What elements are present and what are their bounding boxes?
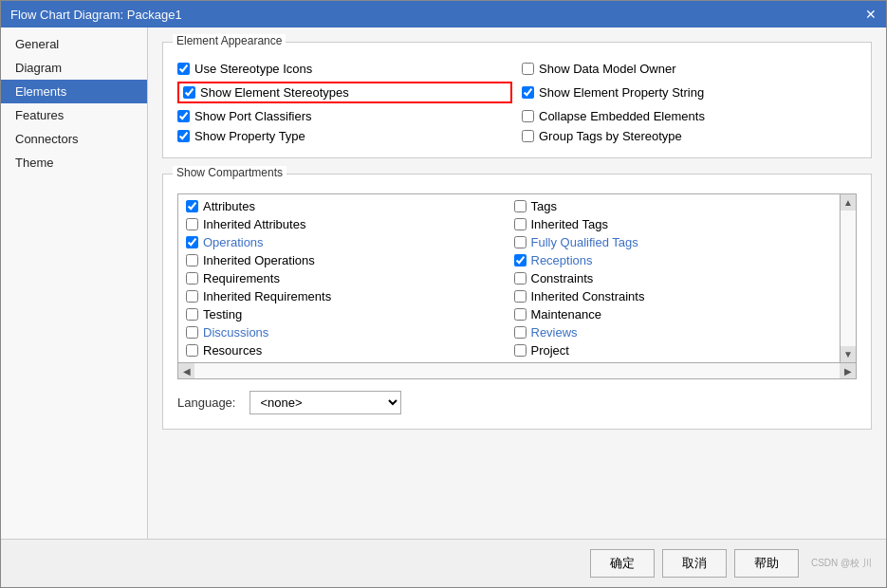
- show-element-property-string-row: Show Element Property String: [522, 82, 857, 103]
- group-tags-by-stereotype-checkbox[interactable]: [522, 130, 534, 142]
- language-select[interactable]: <none> English French German: [249, 391, 401, 414]
- operations-label: Operations: [203, 235, 264, 249]
- requirements-label: Requirements: [203, 271, 280, 285]
- element-appearance-title: Element Appearance: [173, 34, 286, 47]
- confirm-button[interactable]: 确定: [590, 549, 655, 578]
- sidebar-item-general[interactable]: General: [1, 32, 147, 56]
- operations-row: Operations: [186, 235, 505, 249]
- help-button[interactable]: 帮助: [734, 549, 799, 578]
- sidebar-item-elements[interactable]: Elements: [1, 80, 147, 103]
- receptions-row: Receptions: [514, 253, 833, 267]
- show-property-type-row: Show Property Type: [177, 129, 512, 143]
- project-label: Project: [531, 343, 569, 358]
- constraints-checkbox[interactable]: [514, 272, 527, 285]
- inherited-constraints-row: Inherited Constraints: [514, 289, 833, 303]
- main-window: Flow Chart Diagram: Package1 ✕ GeneralDi…: [0, 0, 887, 588]
- project-checkbox[interactable]: [514, 344, 527, 357]
- inherited-tags-row: Inherited Tags: [514, 217, 833, 231]
- tags-label: Tags: [531, 199, 557, 213]
- language-label: Language:: [177, 395, 235, 410]
- show-port-classifiers-row: Show Port Classifiers: [177, 109, 512, 123]
- testing-row: Testing: [186, 307, 505, 322]
- show-element-stereotypes-row: Show Element Stereotypes: [177, 82, 512, 103]
- use-stereotype-icons-row: Use Stereotype Icons: [177, 62, 512, 76]
- testing-checkbox[interactable]: [186, 308, 198, 321]
- reviews-label: Reviews: [531, 325, 578, 340]
- compartments-scroll[interactable]: Attributes Tags Inherited Attributes: [178, 194, 840, 362]
- inherited-constraints-checkbox[interactable]: [514, 290, 527, 303]
- horizontal-scrollbar: ◀ ▶: [178, 362, 856, 378]
- inherited-requirements-label: Inherited Requirements: [203, 289, 331, 303]
- show-element-stereotypes-checkbox[interactable]: [183, 86, 195, 99]
- show-element-stereotypes-label: Show Element Stereotypes: [200, 85, 349, 100]
- inherited-attributes-checkbox[interactable]: [186, 218, 198, 230]
- tags-row: Tags: [514, 199, 833, 213]
- constraints-label: Constraints: [531, 271, 594, 285]
- inherited-attributes-label: Inherited Attributes: [203, 217, 305, 231]
- inherited-requirements-checkbox[interactable]: [186, 290, 198, 303]
- show-compartments-title: Show Compartments: [173, 166, 286, 179]
- operations-checkbox[interactable]: [186, 236, 198, 248]
- discussions-label: Discussions: [203, 325, 268, 340]
- show-port-classifiers-label: Show Port Classifiers: [194, 109, 312, 123]
- scroll-right-button[interactable]: ▶: [840, 363, 856, 378]
- compartments-wrapper: Attributes Tags Inherited Attributes: [178, 194, 856, 362]
- inherited-constraints-label: Inherited Constraints: [531, 289, 645, 303]
- show-compartments-section: Show Compartments Attributes: [162, 174, 872, 430]
- main-panel: Element Appearance Use Stereotype Icons …: [148, 28, 886, 539]
- scroll-track: [841, 211, 856, 346]
- fully-qualified-tags-label: Fully Qualified Tags: [531, 235, 638, 249]
- fully-qualified-tags-row: Fully Qualified Tags: [514, 235, 833, 249]
- maintenance-label: Maintenance: [531, 307, 601, 322]
- show-port-classifiers-checkbox[interactable]: [177, 110, 190, 122]
- receptions-checkbox[interactable]: [514, 254, 527, 266]
- sidebar-item-features[interactable]: Features: [1, 103, 147, 127]
- inherited-attributes-row: Inherited Attributes: [186, 217, 505, 231]
- project-row: Project: [514, 343, 833, 358]
- sidebar-item-diagram[interactable]: Diagram: [1, 56, 147, 80]
- inherited-operations-row: Inherited Operations: [186, 253, 505, 267]
- group-tags-by-stereotype-label: Group Tags by Stereotype: [539, 129, 682, 143]
- inherited-operations-checkbox[interactable]: [186, 254, 198, 266]
- use-stereotype-icons-label: Use Stereotype Icons: [194, 62, 312, 76]
- resources-row: Resources: [186, 343, 505, 358]
- fully-qualified-tags-checkbox[interactable]: [514, 236, 527, 248]
- element-appearance-grid: Use Stereotype Icons Show Data Model Own…: [177, 62, 857, 143]
- attributes-checkbox[interactable]: [186, 200, 198, 212]
- show-data-model-owner-row: Show Data Model Owner: [522, 62, 857, 76]
- inherited-operations-label: Inherited Operations: [203, 253, 315, 267]
- show-data-model-owner-label: Show Data Model Owner: [539, 62, 676, 76]
- resources-label: Resources: [203, 343, 262, 358]
- content-area: GeneralDiagramElementsFeaturesConnectors…: [1, 28, 886, 539]
- show-element-property-string-checkbox[interactable]: [522, 86, 534, 99]
- constraints-row: Constraints: [514, 271, 833, 285]
- requirements-checkbox[interactable]: [186, 272, 198, 285]
- inherited-tags-label: Inherited Tags: [531, 217, 608, 231]
- use-stereotype-icons-checkbox[interactable]: [177, 63, 190, 75]
- maintenance-checkbox[interactable]: [514, 308, 527, 321]
- show-property-type-label: Show Property Type: [194, 129, 305, 143]
- sidebar-item-connectors[interactable]: Connectors: [1, 127, 147, 151]
- scroll-down-button[interactable]: ▼: [841, 346, 856, 362]
- close-button[interactable]: ✕: [865, 7, 877, 22]
- scroll-left-button[interactable]: ◀: [178, 363, 194, 378]
- footer: 确定 取消 帮助 CSDN @校 川: [1, 539, 886, 587]
- maintenance-row: Maintenance: [514, 307, 833, 322]
- language-row: Language: <none> English French German: [177, 391, 857, 414]
- sidebar: GeneralDiagramElementsFeaturesConnectors…: [1, 28, 148, 539]
- resources-checkbox[interactable]: [186, 344, 198, 357]
- collapse-embedded-elements-label: Collapse Embedded Elements: [539, 109, 705, 123]
- collapse-embedded-elements-checkbox[interactable]: [522, 110, 534, 122]
- cancel-button[interactable]: 取消: [662, 549, 727, 578]
- sidebar-item-theme[interactable]: Theme: [1, 151, 147, 175]
- show-property-type-checkbox[interactable]: [177, 130, 190, 142]
- reviews-checkbox[interactable]: [514, 326, 527, 339]
- h-scroll-track: [194, 363, 840, 378]
- attributes-row: Attributes: [186, 199, 505, 213]
- discussions-checkbox[interactable]: [186, 326, 198, 339]
- inherited-tags-checkbox[interactable]: [514, 218, 527, 230]
- scroll-up-button[interactable]: ▲: [841, 194, 856, 211]
- show-data-model-owner-checkbox[interactable]: [522, 63, 534, 75]
- reviews-row: Reviews: [514, 325, 833, 340]
- tags-checkbox[interactable]: [514, 200, 527, 212]
